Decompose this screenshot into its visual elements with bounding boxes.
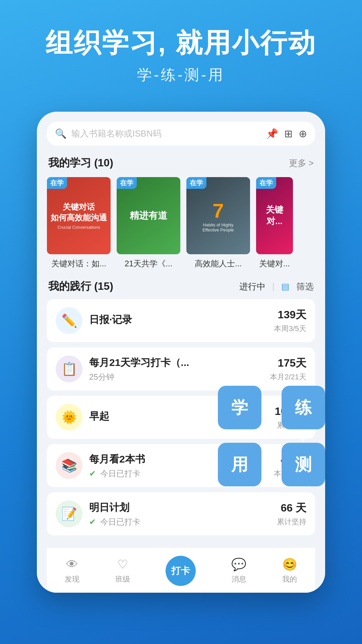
- filter-icon: ▤: [281, 281, 290, 292]
- nav-discover[interactable]: 👁 发现: [65, 557, 79, 584]
- discover-label: 发现: [65, 574, 79, 584]
- phone-mockup: 🔍 输入书籍名称或ISBN码 📌 ⊞ ⊕ 我的学习 (10) 更多 >: [37, 112, 325, 593]
- nav-checkin[interactable]: 打卡: [166, 556, 196, 586]
- nav-profile[interactable]: 😊 我的: [282, 557, 297, 584]
- my-learning-title: 我的学习 (10): [48, 156, 113, 170]
- practice-item-name-2: 每月21天学习打卡（...: [89, 356, 270, 370]
- message-label: 消息: [232, 574, 246, 584]
- practice-item-info-1: 日报·记录: [89, 313, 274, 329]
- slxc-arrow-right: →: [265, 400, 278, 415]
- practice-item-1[interactable]: ✏️ 日报·记录 139天 本周3/5天: [47, 299, 315, 342]
- nav-message[interactable]: 💬 消息: [231, 557, 246, 584]
- practice-item-info-5: 明日计划 ✔ 今日已打卡: [89, 501, 277, 527]
- slxc-practice-btn[interactable]: 练: [282, 386, 325, 429]
- practice-item-sub-5: ✔ 今日已打卡: [89, 517, 277, 527]
- book-badge-3: 在学: [186, 177, 206, 189]
- slxc-test-btn[interactable]: 测: [282, 443, 325, 486]
- book-list: 在学 关键对话如何高效能沟通 Crucial Conversations 关键对…: [47, 177, 315, 269]
- practice-item-icon-5: 📝: [56, 500, 82, 527]
- book-title-3: 高效能人士...: [186, 258, 250, 269]
- pin-button[interactable]: 📌: [266, 128, 278, 140]
- profile-label: 我的: [282, 574, 297, 584]
- book-item-4[interactable]: 在学 关键对... 关键对...: [256, 177, 293, 269]
- search-input[interactable]: 输入书籍名称或ISBN码: [71, 128, 261, 140]
- book-badge-2: 在学: [117, 177, 137, 189]
- my-practice-header: 我的践行 (15) 进行中 | ▤ 筛选: [47, 279, 315, 294]
- phone-content: 🔍 输入书籍名称或ISBN码 📌 ⊞ ⊕ 我的学习 (10) 更多 >: [37, 112, 325, 593]
- practice-item-name-5: 明日计划: [89, 501, 277, 515]
- filter-label[interactable]: 筛选: [296, 281, 314, 292]
- add-button[interactable]: ⊕: [299, 128, 307, 140]
- practice-item-3[interactable]: 🌞 早起 103 天 累计坚持 学 → 练: [47, 396, 315, 439]
- book-cover-3: 在学 7 Habits of HighlyEffective People: [186, 177, 250, 254]
- practice-item-icon-1: ✏️: [56, 307, 82, 334]
- practice-item-icon-2: 📋: [56, 356, 82, 382]
- class-label: 班级: [115, 574, 130, 584]
- search-bar: 🔍 输入书籍名称或ISBN码 📌 ⊞ ⊕: [47, 122, 315, 146]
- bottom-nav: 👁 发现 ♡ 班级 打卡 💬 消息 😊 我: [47, 547, 315, 593]
- slxc-overlay: 学 → 练 ↓ 用 ← 测: [218, 376, 325, 486]
- profile-icon: 😊: [282, 557, 297, 572]
- checkin-center-btn[interactable]: 打卡: [166, 556, 196, 586]
- slxc-use-btn[interactable]: 用: [218, 443, 261, 486]
- slxc-arrow-down: ↓: [300, 429, 307, 444]
- my-learning-header: 我的学习 (10) 更多 >: [47, 156, 315, 170]
- slxc-learn-btn[interactable]: 学: [218, 386, 261, 429]
- hero-section: 组织学习, 就用小行动 学-练-测-用: [0, 0, 362, 98]
- slxc-arrow-left: ←: [265, 457, 278, 472]
- scan-button[interactable]: ⊞: [284, 128, 293, 140]
- filter-status[interactable]: 进行中: [239, 281, 265, 292]
- nav-class[interactable]: ♡ 班级: [115, 557, 130, 584]
- practice-item-icon-4: 📚: [56, 452, 82, 479]
- phone-mockup-wrapper: 🔍 输入书籍名称或ISBN码 📌 ⊞ ⊕ 我的学习 (10) 更多 >: [0, 112, 362, 593]
- class-icon: ♡: [117, 557, 128, 572]
- practice-item-name-1: 日报·记录: [89, 313, 274, 327]
- book-title-4: 关键对...: [256, 258, 293, 269]
- book-item-1[interactable]: 在学 关键对话如何高效能沟通 Crucial Conversations 关键对…: [47, 177, 111, 269]
- book-cover-2: 在学 精进有道: [117, 177, 180, 254]
- practice-filters: 进行中 | ▤ 筛选: [239, 281, 314, 292]
- hero-title: 组织学习, 就用小行动: [13, 27, 349, 59]
- search-icon: 🔍: [55, 128, 67, 139]
- practice-item-icon-3: 🌞: [56, 404, 82, 431]
- book-badge-1: 在学: [47, 177, 67, 189]
- book-item-2[interactable]: 在学 精进有道 21天共学《...: [117, 177, 180, 269]
- practice-item-stats-1: 139天 本周3/5天: [274, 308, 306, 334]
- book-cover-4: 在学 关键对...: [256, 177, 293, 254]
- my-learning-more[interactable]: 更多 >: [289, 157, 314, 169]
- book-cover-1: 在学 关键对话如何高效能沟通 Crucial Conversations: [47, 177, 111, 254]
- book-title-2: 21天共学《...: [117, 258, 180, 269]
- message-icon: 💬: [231, 557, 246, 572]
- hero-subtitle: 学-练-测-用: [13, 65, 349, 85]
- discover-icon: 👁: [66, 557, 78, 572]
- my-practice-title: 我的践行 (15): [48, 279, 113, 294]
- search-actions: 📌 ⊞ ⊕: [266, 128, 307, 140]
- practice-list: ✏️ 日报·记录 139天 本周3/5天 📋 每月21天学习打卡（... 25分…: [47, 299, 315, 541]
- book-item-3[interactable]: 在学 7 Habits of HighlyEffective People 高效…: [186, 177, 250, 269]
- book-badge-4: 在学: [256, 177, 276, 189]
- practice-item-stats-5: 66 天 累计坚持: [277, 501, 306, 527]
- book-title-1: 关键对话：如...: [47, 258, 111, 269]
- practice-item-5[interactable]: 📝 明日计划 ✔ 今日已打卡 66 天 累计坚持: [47, 492, 315, 535]
